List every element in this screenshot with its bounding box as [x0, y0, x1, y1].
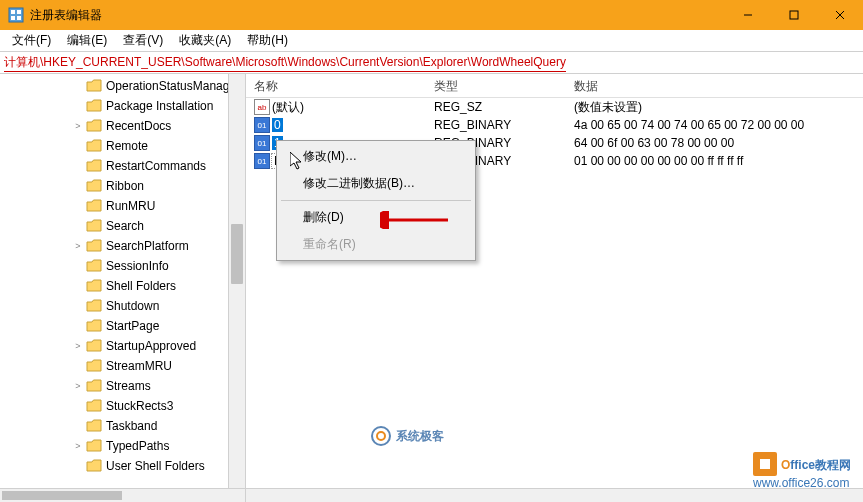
binary-value-icon: 01: [254, 135, 270, 151]
expander-icon[interactable]: [72, 160, 84, 172]
expander-icon[interactable]: [72, 220, 84, 232]
value-type: REG_BINARY: [426, 118, 566, 132]
tree-item-label: Search: [106, 219, 144, 233]
svg-rect-6: [790, 11, 798, 19]
menu-help[interactable]: 帮助(H): [239, 30, 296, 51]
string-value-icon: ab: [254, 99, 270, 115]
office-icon: [753, 452, 777, 476]
tree-item[interactable]: >SearchPlatform: [0, 236, 245, 256]
app-icon: [8, 7, 24, 23]
cm-modify[interactable]: 修改(M)…: [279, 143, 473, 170]
expander-icon[interactable]: >: [72, 240, 84, 252]
tree-item[interactable]: Ribbon: [0, 176, 245, 196]
value-data: 01 00 00 00 00 00 00 00 ff ff ff ff: [566, 154, 863, 168]
tree-item-label: Taskband: [106, 419, 157, 433]
tree-item-label: Ribbon: [106, 179, 144, 193]
tree-item-label: Streams: [106, 379, 151, 393]
tree-item[interactable]: OperationStatusManag: [0, 76, 245, 96]
watermark-brand: ffice教程网: [790, 458, 851, 472]
tree-item-label: Package Installation: [106, 99, 213, 113]
tree-item-label: OperationStatusManag: [106, 79, 229, 93]
expander-icon[interactable]: >: [72, 440, 84, 452]
column-name[interactable]: 名称: [246, 74, 426, 97]
menu-view[interactable]: 查看(V): [115, 30, 171, 51]
tree-item[interactable]: StuckRects3: [0, 396, 245, 416]
expander-icon[interactable]: [72, 140, 84, 152]
cm-rename: 重命名(R): [279, 231, 473, 258]
expander-icon[interactable]: >: [72, 120, 84, 132]
tree-item[interactable]: >Streams: [0, 376, 245, 396]
tree-item[interactable]: Package Installation: [0, 96, 245, 116]
maximize-button[interactable]: [771, 0, 817, 30]
scrollbar-thumb[interactable]: [2, 491, 122, 500]
folder-icon: [86, 439, 102, 453]
close-button[interactable]: [817, 0, 863, 30]
folder-icon: [86, 219, 102, 233]
tree-scrollbar[interactable]: [228, 74, 245, 488]
tree-item-label: RestartCommands: [106, 159, 206, 173]
values-pane: 名称 类型 数据 ab(默认)REG_SZ(数值未设置)010REG_BINAR…: [246, 74, 863, 488]
expander-icon[interactable]: [72, 280, 84, 292]
tree-list[interactable]: OperationStatusManagPackage Installation…: [0, 74, 245, 476]
value-row[interactable]: 010REG_BINARY4a 00 65 00 74 00 74 00 65 …: [246, 116, 863, 134]
address-path: 计算机\HKEY_CURRENT_USER\Software\Microsoft…: [4, 54, 566, 72]
column-data[interactable]: 数据: [566, 74, 863, 97]
tree-item[interactable]: StreamMRU: [0, 356, 245, 376]
tree-item-label: SearchPlatform: [106, 239, 189, 253]
value-data: 4a 00 65 00 74 00 74 00 65 00 72 00 00 0…: [566, 118, 863, 132]
window-title: 注册表编辑器: [30, 7, 725, 24]
tree-item-label: RecentDocs: [106, 119, 171, 133]
expander-icon[interactable]: [72, 180, 84, 192]
value-data: 64 00 6f 00 63 00 78 00 00 00: [566, 136, 863, 150]
menu-bar: 文件(F) 编辑(E) 查看(V) 收藏夹(A) 帮助(H): [0, 30, 863, 52]
expander-icon[interactable]: [72, 400, 84, 412]
watermark-sysgeek: 系统极客: [370, 425, 444, 447]
tree-item[interactable]: RestartCommands: [0, 156, 245, 176]
cm-modify-binary[interactable]: 修改二进制数据(B)…: [279, 170, 473, 197]
folder-icon: [86, 299, 102, 313]
cm-delete[interactable]: 删除(D): [279, 204, 473, 231]
folder-icon: [86, 319, 102, 333]
folder-icon: [86, 99, 102, 113]
tree-item[interactable]: RunMRU: [0, 196, 245, 216]
tree-item[interactable]: >StartupApproved: [0, 336, 245, 356]
svg-point-11: [372, 427, 390, 445]
expander-icon[interactable]: [72, 260, 84, 272]
menu-edit[interactable]: 编辑(E): [59, 30, 115, 51]
tree-item[interactable]: Remote: [0, 136, 245, 156]
expander-icon[interactable]: [72, 200, 84, 212]
title-bar: 注册表编辑器: [0, 0, 863, 30]
folder-icon: [86, 359, 102, 373]
tree-item[interactable]: Shutdown: [0, 296, 245, 316]
expander-icon[interactable]: >: [72, 380, 84, 392]
value-row[interactable]: ab(默认)REG_SZ(数值未设置): [246, 98, 863, 116]
expander-icon[interactable]: [72, 300, 84, 312]
expander-icon[interactable]: [72, 100, 84, 112]
tree-item[interactable]: Shell Folders: [0, 276, 245, 296]
tree-item[interactable]: Taskband: [0, 416, 245, 436]
column-type[interactable]: 类型: [426, 74, 566, 97]
tree-item[interactable]: Search: [0, 216, 245, 236]
expander-icon[interactable]: [72, 80, 84, 92]
folder-icon: [86, 139, 102, 153]
folder-icon: [86, 339, 102, 353]
tree-item[interactable]: SessionInfo: [0, 256, 245, 276]
scrollbar-thumb[interactable]: [231, 224, 243, 284]
menu-favorites[interactable]: 收藏夹(A): [171, 30, 239, 51]
menu-file[interactable]: 文件(F): [4, 30, 59, 51]
tree-item[interactable]: StartPage: [0, 316, 245, 336]
address-bar[interactable]: 计算机\HKEY_CURRENT_USER\Software\Microsoft…: [0, 52, 863, 74]
horizontal-scrollbar[interactable]: [0, 488, 863, 502]
tree-item[interactable]: >RecentDocs: [0, 116, 245, 136]
cm-separator: [281, 200, 471, 201]
tree-item[interactable]: User Shell Folders: [0, 456, 245, 476]
tree-item[interactable]: >TypedPaths: [0, 436, 245, 456]
minimize-button[interactable]: [725, 0, 771, 30]
watermark-office26: Office教程网 www.office26.com: [753, 451, 851, 490]
expander-icon[interactable]: [72, 360, 84, 372]
expander-icon[interactable]: [72, 420, 84, 432]
expander-icon[interactable]: [72, 460, 84, 472]
expander-icon[interactable]: >: [72, 340, 84, 352]
value-data: (数值未设置): [566, 99, 863, 116]
expander-icon[interactable]: [72, 320, 84, 332]
